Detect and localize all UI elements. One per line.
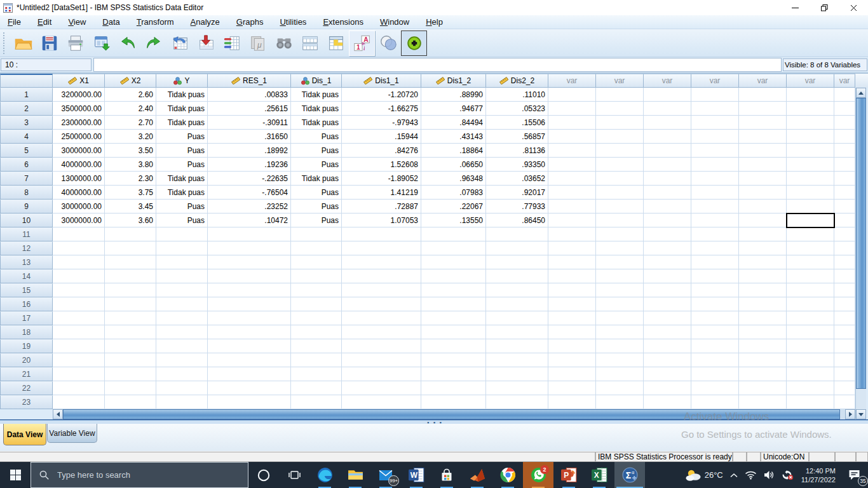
column-header-var[interactable]: var — [739, 74, 787, 88]
cell-r7c4[interactable]: -.22635 — [208, 172, 291, 186]
network-icon[interactable] — [742, 462, 760, 488]
cell-r11c10[interactable] — [596, 227, 644, 241]
pane-splitter[interactable]: ▪ ▪ ▪ — [0, 419, 868, 424]
cell-r14c8[interactable] — [486, 269, 548, 283]
cell-r13c2[interactable] — [105, 255, 156, 269]
cell-r16c1[interactable] — [53, 297, 105, 311]
cell-r16c14[interactable] — [787, 297, 834, 311]
cell-r21c11[interactable] — [644, 367, 691, 381]
cell-r23c15[interactable] — [834, 395, 855, 409]
cell-r9c8[interactable]: .77933 — [486, 200, 548, 214]
cell-r5c13[interactable] — [739, 144, 787, 158]
row-header-11[interactable]: 11 — [0, 227, 53, 241]
menu-help[interactable]: Help — [421, 16, 448, 28]
cell-r20c2[interactable] — [105, 353, 156, 367]
scroll-down-button[interactable] — [856, 409, 866, 419]
row-header-7[interactable]: 7 — [0, 172, 53, 186]
cell-r18c10[interactable] — [596, 325, 644, 339]
cell-r14c5[interactable] — [291, 269, 342, 283]
cell-r23c9[interactable] — [548, 395, 596, 409]
taskbar-chrome[interactable] — [492, 462, 523, 488]
cell-r14c14[interactable] — [787, 269, 834, 283]
cell-r6c4[interactable]: .19236 — [208, 158, 291, 172]
cell-r20c13[interactable] — [739, 353, 787, 367]
cell-r8c6[interactable]: 1.41219 — [342, 186, 421, 200]
taskbar-clock[interactable]: 12:40 PM 11/27/2022 — [797, 466, 840, 484]
cell-r6c2[interactable]: 3.80 — [105, 158, 156, 172]
cell-r11c6[interactable] — [342, 227, 421, 241]
cell-r19c8[interactable] — [486, 339, 548, 353]
cell-r21c5[interactable] — [291, 367, 342, 381]
cell-r20c14[interactable] — [787, 353, 834, 367]
goto-case-button[interactable] — [166, 30, 193, 56]
cell-r14c13[interactable] — [739, 269, 787, 283]
cell-r12c7[interactable] — [421, 241, 486, 255]
cell-r2c11[interactable] — [644, 102, 691, 116]
column-header-var[interactable]: var — [644, 74, 691, 88]
cell-r2c9[interactable] — [548, 102, 596, 116]
cell-r4c9[interactable] — [548, 130, 596, 144]
cell-r2c6[interactable]: -1.66275 — [342, 102, 421, 116]
cell-r18c11[interactable] — [644, 325, 691, 339]
cell-r9c4[interactable]: .23252 — [208, 200, 291, 214]
cell-r21c12[interactable] — [691, 367, 739, 381]
cell-r8c7[interactable]: .07983 — [421, 186, 486, 200]
cell-r13c4[interactable] — [208, 255, 291, 269]
cell-r17c3[interactable] — [156, 311, 208, 325]
cell-r5c11[interactable] — [644, 144, 691, 158]
cell-r3c6[interactable]: -.97943 — [342, 116, 421, 130]
cell-r9c1[interactable]: 3000000.00 — [53, 200, 105, 214]
row-header-12[interactable]: 12 — [0, 241, 53, 255]
cell-r13c6[interactable] — [342, 255, 421, 269]
cell-r22c6[interactable] — [342, 381, 421, 395]
cell-r4c10[interactable] — [596, 130, 644, 144]
scroll-right-button[interactable] — [845, 409, 855, 419]
tray-overflow-chevron[interactable] — [726, 462, 742, 488]
select-cases-button[interactable] — [323, 30, 349, 56]
cell-r2c7[interactable]: .94677 — [421, 102, 486, 116]
cell-r4c15[interactable] — [834, 130, 855, 144]
cell-r18c3[interactable] — [156, 325, 208, 339]
row-header-9[interactable]: 9 — [0, 200, 53, 214]
cell-r23c7[interactable] — [421, 395, 486, 409]
cell-r21c7[interactable] — [421, 367, 486, 381]
cell-r6c3[interactable]: Puas — [156, 158, 208, 172]
cell-r15c11[interactable] — [644, 283, 691, 297]
column-header-y[interactable]: Y — [156, 74, 208, 88]
cell-r11c4[interactable] — [208, 227, 291, 241]
cell-r3c7[interactable]: .84494 — [421, 116, 486, 130]
taskbar-file-explorer[interactable] — [340, 462, 370, 488]
cell-r2c15[interactable] — [834, 102, 855, 116]
row-header-17[interactable]: 17 — [0, 311, 53, 325]
cell-r11c9[interactable] — [548, 227, 596, 241]
cell-r21c4[interactable] — [208, 367, 291, 381]
column-header-dis1_2[interactable]: Dis1_2 — [421, 74, 486, 88]
cell-r18c2[interactable] — [105, 325, 156, 339]
cell-r20c5[interactable] — [291, 353, 342, 367]
row-header-20[interactable]: 20 — [0, 353, 53, 367]
cell-r23c12[interactable] — [691, 395, 739, 409]
cell-r7c12[interactable] — [691, 172, 739, 186]
cell-r14c9[interactable] — [548, 269, 596, 283]
cell-r17c11[interactable] — [644, 311, 691, 325]
cell-r6c14[interactable] — [787, 158, 834, 172]
cell-r8c4[interactable]: -.76504 — [208, 186, 291, 200]
cell-r23c4[interactable] — [208, 395, 291, 409]
cell-r18c9[interactable] — [548, 325, 596, 339]
insert-cases-button[interactable] — [297, 30, 323, 56]
cell-r5c2[interactable]: 3.50 — [105, 144, 156, 158]
cell-r19c6[interactable] — [342, 339, 421, 353]
cell-r12c4[interactable] — [208, 241, 291, 255]
cell-r21c6[interactable] — [342, 367, 421, 381]
column-header-res_1[interactable]: RES_1 — [208, 74, 291, 88]
cell-r8c3[interactable]: Tidak puas — [156, 186, 208, 200]
cell-r8c9[interactable] — [548, 186, 596, 200]
cell-r16c3[interactable] — [156, 297, 208, 311]
cell-r5c4[interactable]: .18992 — [208, 144, 291, 158]
cell-r17c8[interactable] — [486, 311, 548, 325]
cell-r17c12[interactable] — [691, 311, 739, 325]
cell-r22c7[interactable] — [421, 381, 486, 395]
cell-r20c7[interactable] — [421, 353, 486, 367]
find-button[interactable] — [271, 30, 297, 56]
cell-r20c11[interactable] — [644, 353, 691, 367]
